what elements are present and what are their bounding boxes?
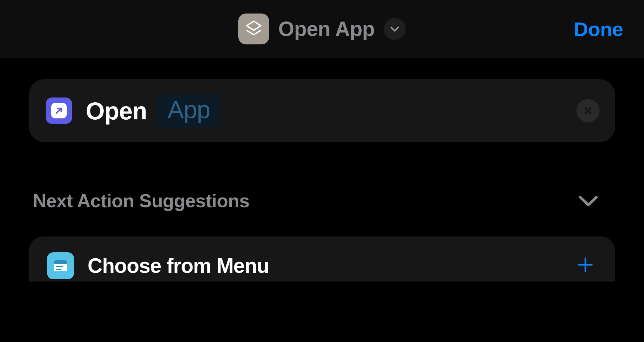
action-app-token[interactable]: App [156,94,221,128]
header-title[interactable]: Open App [278,17,374,41]
chevron-down-icon [578,194,599,208]
collapse-suggestions-button[interactable] [578,194,599,208]
menu-icon [47,252,74,279]
plus-icon [576,256,594,274]
delete-action-button[interactable] [576,99,600,122]
action-card-open-app[interactable]: Open App [29,79,615,142]
open-app-icon [46,97,72,124]
action-text: Open App [86,94,221,128]
svg-rect-2 [56,266,63,267]
action-verb: Open [86,97,147,125]
header-dropdown-button[interactable] [384,18,406,40]
suggestion-label: Choose from Menu [88,254,269,278]
shortcuts-icon [238,14,269,44]
chevron-down-icon [389,23,400,34]
content-area: Open App Next Action Suggestions Ch [0,79,644,282]
add-suggestion-button[interactable] [576,253,594,279]
header-bar: Open App Done [0,0,644,58]
suggestions-title: Next Action Suggestions [33,190,250,211]
done-button[interactable]: Done [574,17,623,40]
svg-rect-3 [56,269,62,270]
close-icon [582,105,593,116]
svg-rect-1 [54,260,67,264]
header-center: Open App [238,14,405,44]
suggestion-item-choose-from-menu[interactable]: Choose from Menu [29,236,615,282]
suggestions-header: Next Action Suggestions [29,190,615,211]
arrow-up-right-icon [54,106,64,116]
